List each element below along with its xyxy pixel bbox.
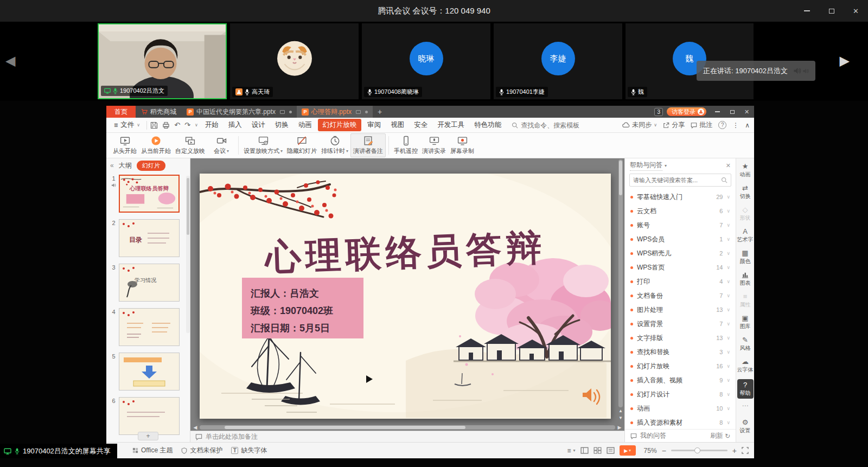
menu-animation[interactable]: 动画 — [293, 119, 317, 131]
menu-security[interactable]: 安全 — [409, 119, 432, 131]
slideshow-button[interactable]: ▶▾ — [620, 445, 636, 456]
menu-start[interactable]: 开始 — [200, 119, 224, 131]
next-page-icon[interactable]: ▶ — [840, 53, 850, 68]
slide-thumbnail-1[interactable]: 心理联络员答辩 — [119, 175, 180, 213]
share-button[interactable]: 分享 — [663, 120, 685, 130]
tab-store[interactable]: 稻壳商城 — [136, 106, 182, 118]
wps-close-button[interactable]: ✕ — [739, 106, 754, 118]
show-settings-button[interactable]: 设置放映方式▾ — [241, 133, 285, 157]
rehearse-timing-button[interactable]: 排练计时▾ — [319, 133, 350, 157]
minimize-button[interactable] — [795, 0, 819, 22]
slide-canvas[interactable]: 心理联络员答辩 汇报人：吕浩文 班级：19070402班 汇报日期：5月5日 — [200, 174, 611, 419]
zoom-slider[interactable] — [671, 450, 727, 451]
help-item[interactable]: 查找和替换3∨ — [625, 345, 736, 359]
zoom-level[interactable]: 75% — [641, 447, 657, 455]
refresh-button[interactable]: 刷新 ↻ — [710, 431, 730, 440]
phone-remote-button[interactable]: 手机遥控 — [392, 133, 420, 157]
menu-features[interactable]: 特色功能 — [469, 119, 506, 131]
help-item[interactable]: 插入音频、视频9∨ — [625, 373, 736, 387]
zoom-slider-thumb[interactable] — [694, 447, 700, 453]
panel-scrollbar[interactable] — [186, 176, 190, 333]
chevron-down-icon[interactable]: ▾ — [665, 163, 667, 168]
custom-show-button[interactable]: 自定义放映 — [173, 133, 207, 157]
command-search-input[interactable] — [521, 121, 587, 129]
next-slide-icon[interactable]: ▼ — [617, 414, 624, 421]
command-search[interactable] — [512, 121, 587, 129]
screen-record-button[interactable]: 屏幕录制 — [448, 133, 476, 157]
panel-chart[interactable]: 图表 — [737, 271, 754, 287]
help-item[interactable]: 幻灯片设计8∨ — [625, 387, 736, 401]
panel-settings[interactable]: ⚙设置 — [737, 418, 754, 434]
file-menu[interactable]: ≡ 文件 ∨ — [111, 120, 143, 130]
help-item[interactable]: WPS首页14∨ — [625, 260, 736, 274]
missing-fonts-warning[interactable]: T 缺失字体 — [231, 446, 267, 455]
message-badge[interactable]: 3 — [654, 108, 663, 116]
tab-preview-icon[interactable] — [280, 110, 285, 114]
help-icon[interactable]: ? — [718, 121, 726, 129]
maximize-button[interactable] — [819, 0, 844, 22]
document-tab-active[interactable]: P 心理答辩.pptx — [297, 106, 373, 118]
scrollbar-thumb[interactable] — [619, 161, 622, 195]
scrollbar-thumb[interactable] — [225, 426, 465, 429]
help-item[interactable]: 插入资源和素材8∨ — [625, 415, 736, 429]
menu-design[interactable]: 设计 — [247, 119, 270, 131]
login-button[interactable]: 访客登录 — [667, 107, 706, 116]
slide-thumbnail-6[interactable] — [119, 397, 180, 435]
slide-thumbnail-4[interactable] — [119, 308, 180, 346]
more-icon[interactable]: ⋯ — [742, 402, 749, 410]
help-search-input[interactable] — [633, 177, 719, 183]
wps-maximize-button[interactable] — [725, 106, 739, 118]
horizontal-scrollbar[interactable]: ◀ ▶ — [190, 424, 624, 431]
normal-view-icon[interactable] — [580, 447, 589, 454]
wps-minimize-button[interactable] — [710, 106, 725, 118]
panel-cloud-fonts[interactable]: ☁云字体 — [737, 357, 754, 374]
close-icon[interactable]: ✕ — [726, 162, 731, 169]
previous-slide-icon[interactable]: ▲ — [617, 407, 624, 414]
panel-properties[interactable]: ≡属性 — [737, 292, 754, 309]
sync-status[interactable]: 未同步 ∨ — [622, 120, 657, 130]
play-from-start-button[interactable]: 从头开始 — [111, 133, 139, 157]
theme-status[interactable]: Office 主题 — [132, 446, 173, 455]
panel-gallery[interactable]: ▣图库 — [737, 314, 754, 330]
help-item[interactable]: 动画10∨ — [625, 401, 736, 415]
panel-animation[interactable]: ★动画 — [737, 162, 754, 178]
menu-view[interactable]: 视图 — [386, 119, 409, 131]
help-item[interactable]: 零基础快速入门29∨ — [625, 190, 736, 204]
notes-bar[interactable]: 单击此处添加备注 — [190, 431, 624, 442]
menu-slideshow-active[interactable]: 幻灯片放映 — [318, 119, 362, 131]
collapse-panel-icon[interactable]: « — [110, 162, 114, 169]
vertical-scrollbar[interactable]: ▲ ▼ — [618, 159, 623, 421]
close-button[interactable]: ✕ — [844, 0, 868, 22]
lecture-record-button[interactable]: 演讲实录 — [420, 133, 448, 157]
video-tile-speaker[interactable]: 19070402吕浩文 — [98, 23, 227, 99]
help-item[interactable]: WPS会员1∨ — [625, 232, 736, 246]
comment-button[interactable]: 批注 — [691, 120, 712, 130]
new-tab-button[interactable]: + — [373, 106, 387, 118]
previous-page-icon[interactable]: ◀ — [5, 53, 15, 68]
video-tile[interactable]: 晓琳 19070408蔺晓琳 — [362, 23, 490, 99]
help-item[interactable]: 账号7∨ — [625, 218, 736, 232]
help-item[interactable]: 图片处理13∨ — [625, 303, 736, 317]
print-icon[interactable] — [162, 121, 170, 129]
meeting-button[interactable]: 会议▾ — [207, 133, 235, 157]
tab-slides-active[interactable]: 幻灯片 — [137, 161, 165, 171]
scroll-left-icon[interactable]: ◀ — [192, 425, 199, 430]
add-slide-button[interactable]: + — [138, 432, 158, 440]
sorter-view-icon[interactable] — [593, 447, 602, 454]
slide-thumbnail-3[interactable]: 学习情况 — [119, 264, 180, 302]
tab-outline[interactable]: 大纲 — [119, 161, 132, 170]
redo-icon[interactable]: ↷ — [184, 121, 190, 129]
tab-preview-icon[interactable] — [356, 110, 361, 114]
help-search[interactable] — [629, 174, 731, 187]
panel-wordart[interactable]: A艺术字 — [737, 227, 754, 244]
reading-view-icon[interactable] — [607, 447, 615, 454]
notes-toggle[interactable]: ≡▾ — [567, 447, 576, 455]
help-item[interactable]: 文字排版13∨ — [625, 331, 736, 345]
help-item[interactable]: 云文档6∨ — [625, 204, 736, 218]
panel-style[interactable]: ✎风格 — [737, 336, 754, 352]
save-icon[interactable] — [150, 121, 158, 129]
protect-status[interactable]: 文档未保护 — [181, 446, 222, 455]
menu-review[interactable]: 审阅 — [362, 119, 386, 131]
help-item[interactable]: WPS稻壳儿2∨ — [625, 246, 736, 260]
chevron-down-icon[interactable]: ∨ — [195, 123, 198, 127]
